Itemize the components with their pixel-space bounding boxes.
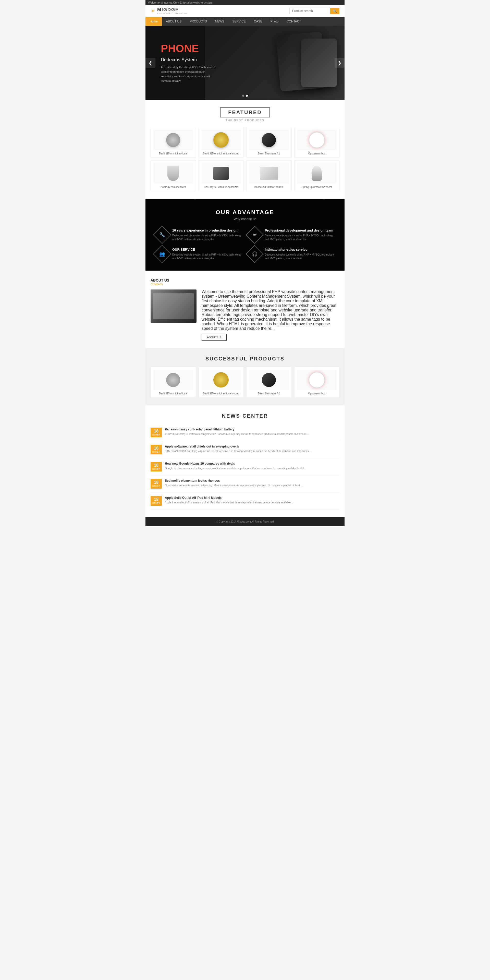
featured-section: FEATURED THE BEST PRODUCTS Beolit I15 om… [145,100,345,199]
successful-img-2 [201,370,241,390]
news-month-4: OTHER [151,485,161,487]
nav-home[interactable]: Home [145,17,162,26]
product-card-6[interactable]: BeoPlay A9 wireless speakers [199,160,244,191]
product-name-8: Spring up across the chest [297,186,337,188]
about-text: Welcome to use the most professional PHP… [202,290,339,331]
hero-dot-1[interactable] [242,95,244,97]
advantage-title-2: Professional development and design team [265,229,334,232]
successful-card-2[interactable]: Beolit I15 omnidirectional sound [199,367,244,398]
nav-about[interactable]: ABOUT US [162,17,186,26]
advantage-icon-3: 👥 [153,245,171,263]
product-name-6: BeoPlay A9 wireless speakers [201,186,241,188]
advantage-content-1: 10 years experience in production design… [172,229,242,241]
nav-news[interactable]: NEWS [211,17,228,26]
news-item-1: 18 OTHER Panasonic may curb solar panel,… [151,424,339,441]
nav-service[interactable]: SERVICE [228,17,250,26]
product-name-7: Beosound rotation control [249,186,289,188]
news-headline-2[interactable]: Apple software, retail chiefs out in swe… [165,445,311,448]
advantage-title-3: OUR SERVICE [172,248,242,251]
news-item-5: 18 OTHER Apple Sells Out of All iPad Min… [151,492,339,509]
product-card-5[interactable]: BeoPlay two speakers [151,160,196,191]
product-img-2 [201,130,241,150]
hero-prev-button[interactable]: ❮ [145,58,156,68]
product-name-4: Opponents box [297,152,337,155]
news-date-3: 18 OTHER [151,462,162,471]
hero-description: Are utilized by the sharp TDDI touch scr… [161,65,217,83]
news-excerpt-1: TOKYO (Reuters) - Electronics conglomera… [165,432,309,436]
successful-img-3 [249,370,289,390]
advantage-title-4: Intimate after-sales service [265,248,334,251]
advantage-icon-2: ✏ [245,226,264,244]
product-card-2[interactable]: Beolit I15 omnidirectional sound [199,127,244,158]
about-button[interactable]: ABOUT US [202,334,227,340]
news-month-1: OTHER [151,433,161,436]
advantage-desc-3: Dedecms website system is using PHP + MY… [172,253,242,260]
wrench-icon: 🔧 [159,232,165,238]
hero-title: PHONE [161,42,217,55]
product-card-1[interactable]: Beolit I15 omnidirectional [151,127,196,158]
product-name-3: Bass, Bass type A1 [249,152,289,155]
header: ☀ MIGDGE LIFE ISBEAUTIFULSPORT 🔍 [145,5,345,17]
advantage-icon-4: 🎧 [245,245,264,263]
hero-subtitle: Dedecms System [161,57,217,62]
product-img-8 [297,163,337,183]
news-day-5: 18 [151,497,161,502]
logo-icon: ☀ [151,8,155,14]
nav-photo[interactable]: Photo [266,17,283,26]
news-day-1: 18 [151,429,161,433]
advantage-title: OUR ADVANTAGE [151,209,339,216]
footer-text: © Copyright 2014 Migdge.com All Rights R… [216,520,274,523]
advantage-grid: 🔧 10 years experience in production desi… [156,229,334,260]
product-card-3[interactable]: Bass, Bass type A1 [246,127,292,158]
news-section: NEWS CENTER 18 OTHER Panasonic may curb … [145,406,345,517]
product-card-7[interactable]: Beosound rotation control [246,160,292,191]
news-headline-4[interactable]: Sed mollis elementum lectus rhoncus [165,479,303,482]
product-img-4 [297,130,337,150]
hero-content: PHONE Dedecms System Are utilized by the… [161,42,217,83]
featured-title: FEATURED [220,107,270,118]
product-name-2: Beolit I15 omnidirectional sound [201,152,241,155]
featured-title-block: FEATURED THE BEST PRODUCTS [151,107,339,122]
news-item-2: 18 OTHER Apple software, retail chiefs o… [151,441,339,458]
news-day-4: 18 [151,480,161,485]
news-content-5: Apple Sells Out of All iPad Mini Models … [165,496,293,504]
successful-img-4 [297,370,337,390]
headphone-icon: 🎧 [252,251,258,257]
successful-img-1 [153,370,193,390]
nav-products[interactable]: PRODUCTS [186,17,211,26]
news-headline-5[interactable]: Apple Sells Out of All iPad Mini Models [165,496,293,500]
about-sublabel: COMPANY [151,283,339,286]
about-image [151,290,197,323]
successful-card-1[interactable]: Beolit I15 omnidirectional [151,367,196,398]
hero-next-button[interactable]: ❯ [334,58,345,68]
people-icon: 👥 [159,251,165,257]
news-content-3: How new Google Nexus 10 compares with ri… [165,462,306,470]
pencil-icon: ✏ [253,232,256,238]
news-headline-3[interactable]: How new Google Nexus 10 compares with ri… [165,462,306,465]
hero-dots [242,95,248,97]
successful-card-3[interactable]: Bass, Bass type A1 [246,367,292,398]
hero-section: PHONE Dedecms System Are utilized by the… [145,26,345,100]
nav-contact[interactable]: CONTACT [283,17,305,26]
logo-name: MIGDGE [157,7,188,13]
product-img-7 [249,163,289,183]
news-item-4: 18 OTHER Sed mollis elementum lectus rho… [151,475,339,492]
nav-case[interactable]: CASE [250,17,266,26]
search-input[interactable] [290,8,330,14]
successful-card-4[interactable]: Opponents box [294,367,340,398]
news-month-5: OTHER [151,502,161,504]
product-card-4[interactable]: Opponents box [294,127,340,158]
news-excerpt-5: Apple has sold out of its inventory of a… [165,501,293,504]
search-button[interactable]: 🔍 [330,8,339,14]
advantage-content-4: Intimate after-sales service Dedecms web… [265,248,334,260]
product-img-1 [153,130,193,150]
successful-name-4: Opponents box [297,392,337,395]
advantage-desc-2: Dedecmswebsite system is using PHP + MYS… [265,234,334,241]
news-date-1: 18 OTHER [151,428,162,437]
main-nav: Home ABOUT US PRODUCTS NEWS SERVICE CASE… [145,17,345,26]
news-month-3: OTHER [151,468,161,470]
hero-dot-2[interactable] [246,95,248,97]
news-headline-1[interactable]: Panasonic may curb solar panel, lithium … [165,428,309,431]
logo-tagline: LIFE ISBEAUTIFULSPORT [157,13,188,15]
product-card-8[interactable]: Spring up across the chest [294,160,340,191]
